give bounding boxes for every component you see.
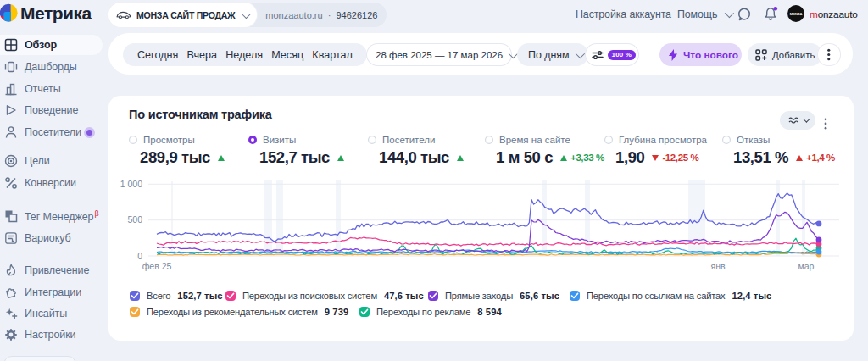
svg-text:500: 500	[127, 214, 142, 225]
svg-text:фев 25: фев 25	[142, 261, 172, 271]
svg-text:мар: мар	[798, 261, 815, 271]
svg-text:1 000: 1 000	[120, 179, 142, 189]
svg-text:0: 0	[137, 251, 142, 261]
svg-text:янв: янв	[710, 261, 725, 271]
